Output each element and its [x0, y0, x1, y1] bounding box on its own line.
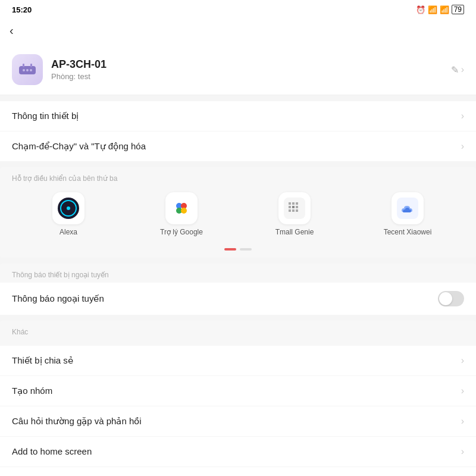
- device-info-label: Thông tin thiết bị: [12, 111, 79, 121]
- tecent-xiaowei-item[interactable]: Tecent Xiaowei: [351, 192, 464, 237]
- share-device-item[interactable]: Thiết bị chia sẻ ›: [0, 346, 476, 376]
- svg-rect-15: [289, 206, 291, 208]
- tecent-xiaowei-icon-container: [392, 192, 424, 224]
- device-header-actions[interactable]: ✎ ›: [451, 64, 464, 76]
- battery-icon: 79: [452, 5, 464, 14]
- status-time: 15:20: [12, 5, 32, 14]
- svg-point-4: [26, 69, 29, 71]
- chevron-right-icon: ›: [461, 141, 464, 152]
- device-name: AP-3CH-01: [51, 58, 107, 71]
- google-assistant-item[interactable]: Trợ lý Google: [125, 192, 238, 237]
- tap-to-run-label: Chạm-để-Chạy" và "Tự động hóa: [12, 141, 146, 152]
- offline-toggle[interactable]: [438, 291, 464, 306]
- offline-section: Thông báo thiết bị ngoại tuyến Thông báo…: [0, 264, 476, 315]
- faq-item[interactable]: Câu hỏi thường gặp và phản hồi ›: [0, 406, 476, 437]
- offline-toggle-label: Thông báo ngoại tuyến: [12, 293, 104, 304]
- svg-rect-13: [292, 202, 295, 205]
- alexa-label: Alexa: [60, 228, 77, 237]
- other-section-label: Khác: [0, 321, 476, 340]
- svg-point-3: [23, 69, 25, 71]
- google-assistant-label: Trợ lý Google: [160, 228, 203, 237]
- create-group-label: Tạo nhóm: [12, 386, 52, 396]
- chevron-right-icon: ›: [461, 386, 464, 396]
- faq-label: Câu hỏi thường gặp và phản hồi: [12, 416, 142, 427]
- tecent-xiaowei-label: Tecent Xiaowei: [384, 228, 432, 237]
- add-home-label: Add to home screen: [12, 446, 92, 456]
- chevron-right-icon: ›: [461, 355, 464, 366]
- tap-to-run-item[interactable]: Chạm-để-Chạy" và "Tự động hóa ›: [0, 131, 476, 161]
- signal-icon: 📶: [428, 5, 437, 14]
- other-section: Khác Thiết bị chia sẻ › Tạo nhóm › Câu h…: [0, 321, 476, 476]
- wifi-icon: 📶: [440, 5, 449, 14]
- svg-rect-2: [30, 64, 32, 67]
- nav-bar: ‹: [0, 17, 476, 47]
- chevron-right-icon: ›: [461, 64, 464, 75]
- google-assistant-icon-container: [165, 192, 198, 224]
- back-button[interactable]: ‹: [10, 21, 18, 40]
- third-party-section-label: Hỗ trợ điều khiển của bên thứ ba: [0, 167, 476, 186]
- battery-level: 79: [454, 5, 462, 14]
- tmall-genie-label: Tmall Genie: [275, 228, 314, 237]
- create-group-item[interactable]: Tạo nhóm ›: [0, 376, 476, 406]
- svg-rect-16: [292, 206, 295, 208]
- pagination-dots: [0, 246, 476, 258]
- svg-rect-18: [289, 209, 291, 212]
- svg-rect-19: [292, 209, 295, 212]
- status-icons: ⏰ 📶 📶 79: [416, 5, 464, 14]
- third-party-grid: Alexa Trợ lý Google: [0, 186, 476, 246]
- svg-rect-12: [289, 202, 291, 205]
- dot-1: [224, 248, 236, 250]
- offline-section-label: Thông báo thiết bị ngoại tuyến: [0, 264, 476, 283]
- alexa-item[interactable]: Alexa: [12, 192, 125, 237]
- svg-rect-20: [296, 209, 298, 212]
- edit-icon[interactable]: ✎: [451, 64, 459, 76]
- check-network-item[interactable]: Kiểm tra mạng thiết bị Kiểm tra ngay ›: [0, 467, 476, 476]
- device-header-left: AP-3CH-01 Phòng: test: [12, 54, 107, 85]
- chevron-right-icon: ›: [461, 111, 464, 121]
- alarm-icon: ⏰: [416, 5, 425, 14]
- svg-point-6: [174, 201, 189, 215]
- svg-point-10: [181, 208, 187, 214]
- status-bar: 15:20 ⏰ 📶 📶 79: [0, 0, 476, 17]
- share-device-label: Thiết bị chia sẻ: [12, 355, 73, 366]
- toggle-knob: [439, 292, 452, 305]
- chevron-right-icon: ›: [461, 446, 464, 457]
- chevron-right-icon: ›: [461, 416, 464, 427]
- device-header: AP-3CH-01 Phòng: test ✎ ›: [0, 47, 476, 95]
- device-room: Phòng: test: [51, 72, 107, 81]
- svg-point-5: [30, 69, 32, 71]
- device-icon: [12, 54, 43, 85]
- svg-rect-14: [296, 202, 298, 205]
- device-menu-section: Thông tin thiết bị › Chạm-để-Chạy" và "T…: [0, 101, 476, 161]
- dot-2: [240, 248, 252, 250]
- device-info-text: AP-3CH-01 Phòng: test: [51, 58, 107, 81]
- third-party-section: Hỗ trợ điều khiển của bên thứ ba Alexa: [0, 167, 476, 258]
- svg-rect-17: [296, 206, 298, 208]
- add-home-item[interactable]: Add to home screen ›: [0, 437, 476, 467]
- device-info-item[interactable]: Thông tin thiết bị ›: [0, 101, 476, 131]
- other-menu-list: Thiết bị chia sẻ › Tạo nhóm › Câu hỏi th…: [0, 346, 476, 476]
- tmall-genie-icon-container: [278, 192, 311, 224]
- alexa-icon-container: [52, 192, 84, 224]
- tmall-genie-item[interactable]: Tmall Genie: [238, 192, 351, 237]
- offline-toggle-row: Thông báo ngoại tuyến: [0, 283, 476, 315]
- svg-rect-1: [23, 64, 24, 67]
